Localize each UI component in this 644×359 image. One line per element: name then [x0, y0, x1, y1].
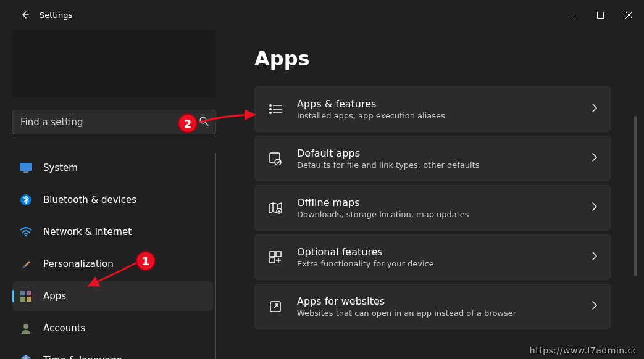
- card-offline-maps[interactable]: Offline maps Downloads, storage location…: [254, 185, 611, 231]
- card-title: Apps & features: [297, 98, 578, 110]
- profile-panel: [12, 30, 216, 97]
- card-title: Default apps: [297, 147, 578, 159]
- svg-rect-7: [20, 291, 25, 295]
- add-square-icon: [267, 249, 283, 265]
- page-title: Apps: [254, 47, 625, 70]
- sidebar: System Bluetooth & devices Network & int…: [0, 30, 222, 359]
- open-external-icon: [267, 299, 283, 315]
- chevron-right-icon: [592, 103, 598, 115]
- svg-point-6: [25, 235, 27, 237]
- card-desc: Defaults for file and link types, other …: [297, 160, 578, 170]
- list-icon: [267, 101, 283, 117]
- window-title: Settings: [40, 10, 72, 20]
- window-controls: [558, 5, 643, 25]
- chevron-right-icon: [592, 202, 598, 214]
- card-apps-websites[interactable]: Apps for websites Websites that can open…: [254, 284, 611, 329]
- sidebar-item-apps[interactable]: Apps: [12, 281, 213, 311]
- card-title: Offline maps: [297, 197, 578, 208]
- card-desc: Downloads, storage location, map updates: [297, 210, 578, 219]
- sidebar-item-accounts[interactable]: Accounts: [12, 313, 213, 343]
- titlebar: Settings: [0, 0, 644, 30]
- annotation-badge-1: 1: [136, 251, 156, 271]
- scrollbar[interactable]: [634, 116, 637, 276]
- sidebar-item-personalization[interactable]: Personalization: [12, 249, 213, 279]
- card-apps-features[interactable]: Apps & features Installed apps, app exec…: [254, 86, 611, 132]
- sidebar-item-label: Bluetooth & devices: [43, 194, 136, 205]
- sidebar-item-label: System: [43, 162, 78, 173]
- svg-point-20: [275, 159, 281, 165]
- chevron-right-icon: [592, 152, 598, 165]
- svg-rect-23: [276, 252, 281, 257]
- svg-rect-3: [20, 163, 32, 171]
- sidebar-item-bluetooth[interactable]: Bluetooth & devices: [12, 185, 213, 215]
- minimize-icon: [569, 12, 575, 19]
- svg-point-17: [270, 112, 271, 113]
- card-desc: Extra functionality for your device: [297, 259, 578, 268]
- sidebar-item-label: Time & language: [43, 355, 122, 359]
- brush-icon: [20, 258, 32, 270]
- monitor-icon: [20, 162, 32, 174]
- card-desc: Installed apps, app execution aliases: [297, 111, 578, 120]
- back-button[interactable]: [12, 2, 37, 27]
- maximize-icon: [597, 12, 604, 19]
- card-title: Optional features: [297, 246, 578, 258]
- default-apps-icon: [267, 151, 283, 167]
- sidebar-item-network[interactable]: Network & internet: [12, 217, 213, 247]
- card-optional-features[interactable]: Optional features Extra functionality fo…: [254, 234, 611, 280]
- chevron-right-icon: [592, 251, 598, 263]
- close-icon: [625, 12, 632, 19]
- nav: System Bluetooth & devices Network & int…: [12, 153, 216, 359]
- card-default-apps[interactable]: Default apps Defaults for file and link …: [254, 136, 611, 181]
- sidebar-item-label: Personalization: [43, 258, 114, 270]
- watermark: https://www.l7admin.cc: [530, 345, 638, 355]
- main-content: Apps Apps & features Installed apps, app…: [222, 30, 644, 359]
- person-icon: [20, 322, 32, 334]
- card-title: Apps for websites: [297, 295, 578, 307]
- close-button[interactable]: [614, 5, 643, 25]
- chevron-right-icon: [592, 300, 598, 313]
- sidebar-item-system[interactable]: System: [12, 153, 213, 183]
- annotation-badge-2: 2: [178, 113, 198, 133]
- sidebar-item-label: Apps: [43, 291, 66, 302]
- svg-rect-10: [27, 297, 31, 302]
- sidebar-item-label: Network & internet: [43, 226, 132, 237]
- sidebar-item-time-language[interactable]: Time & language: [12, 345, 213, 359]
- wifi-icon: [20, 226, 32, 238]
- svg-point-11: [23, 324, 28, 329]
- maximize-button[interactable]: [586, 5, 614, 25]
- svg-rect-4: [23, 171, 28, 173]
- svg-point-15: [270, 109, 271, 110]
- card-desc: Websites that can open in an app instead…: [297, 308, 578, 318]
- bluetooth-icon: [20, 194, 32, 206]
- apps-icon: [20, 290, 32, 302]
- globe-icon: [20, 354, 32, 359]
- svg-point-13: [270, 105, 271, 106]
- sidebar-item-label: Accounts: [43, 323, 85, 334]
- svg-rect-22: [270, 252, 275, 257]
- svg-rect-0: [569, 15, 575, 15]
- svg-rect-8: [27, 291, 31, 295]
- back-arrow-icon: [20, 10, 30, 20]
- svg-rect-1: [597, 12, 603, 18]
- svg-rect-9: [20, 297, 25, 302]
- map-icon: [267, 200, 283, 216]
- cards-list: Apps & features Installed apps, app exec…: [254, 86, 625, 329]
- svg-rect-24: [270, 258, 275, 263]
- minimize-button[interactable]: [558, 5, 586, 25]
